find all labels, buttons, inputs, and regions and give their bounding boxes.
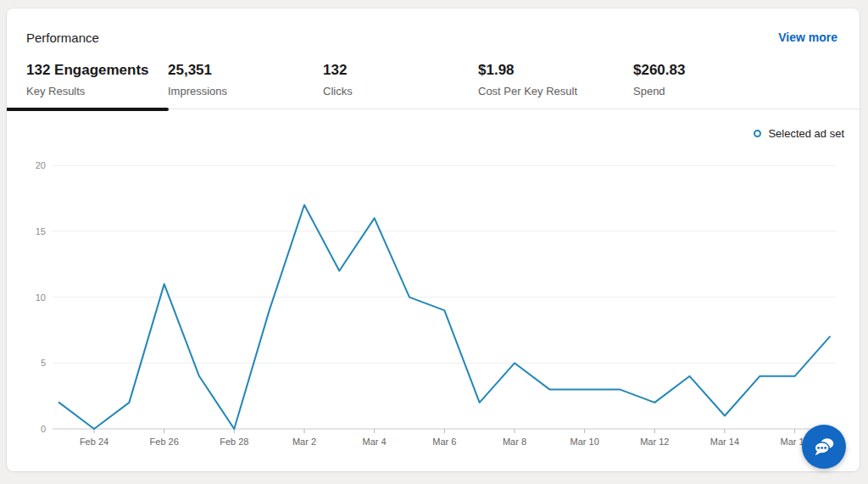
tab-key-results[interactable]: 132 Engagements Key Results: [7, 61, 168, 97]
metric-label: Key Results: [26, 85, 168, 97]
svg-text:Mar 6: Mar 6: [432, 437, 456, 447]
metric-label: Spend: [633, 85, 788, 97]
svg-text:Mar 8: Mar 8: [503, 437, 526, 447]
svg-text:20: 20: [36, 160, 46, 170]
tab-clicks[interactable]: 132 Clicks: [323, 61, 478, 97]
svg-text:0: 0: [41, 424, 46, 434]
tab-spend[interactable]: $260.83 Spend: [633, 61, 788, 97]
metric-value: 132: [323, 61, 478, 79]
metric-label: Clicks: [323, 85, 478, 97]
legend-label: Selected ad set: [768, 127, 844, 140]
svg-text:Mar 4: Mar 4: [363, 437, 387, 447]
metric-value: 132 Engagements: [26, 61, 168, 79]
legend-item-selected-ad-set[interactable]: Selected ad set: [754, 127, 844, 140]
svg-text:Mar 12: Mar 12: [640, 437, 669, 447]
svg-text:Feb 26: Feb 26: [150, 437, 179, 447]
performance-card: Performance View more 132 Engagements Ke…: [7, 8, 860, 471]
svg-text:Mar 2: Mar 2: [292, 437, 316, 447]
svg-text:Mar 10: Mar 10: [570, 437, 599, 447]
chat-bubbles-icon: [811, 434, 837, 459]
svg-text:15: 15: [36, 226, 46, 236]
svg-text:Feb 24: Feb 24: [80, 437, 108, 447]
metric-value: 25,351: [168, 61, 323, 79]
metric-value: $1.98: [478, 61, 633, 79]
page-title: Performance: [26, 31, 99, 45]
performance-chart: Selected ad set 05101520Feb 24Feb 26Feb …: [7, 109, 860, 470]
metric-label: Cost Per Key Result: [478, 85, 633, 97]
svg-text:Feb 28: Feb 28: [220, 437, 248, 447]
performance-chart-svg: 05101520Feb 24Feb 26Feb 28Mar 2Mar 4Mar …: [7, 109, 860, 470]
tab-impressions[interactable]: 25,351 Impressions: [168, 61, 323, 97]
metric-tabs: 132 Engagements Key Results 25,351 Impre…: [7, 61, 860, 109]
svg-text:Mar 14: Mar 14: [710, 437, 739, 447]
chat-widget-button[interactable]: [802, 425, 846, 469]
svg-text:5: 5: [41, 358, 46, 368]
metric-label: Impressions: [168, 85, 323, 97]
metric-value: $260.83: [633, 61, 788, 79]
tab-cost-per-key-result[interactable]: $1.98 Cost Per Key Result: [478, 61, 633, 97]
card-header: Performance View more: [7, 8, 860, 45]
svg-text:10: 10: [36, 292, 46, 303]
circle-outline-icon: [754, 130, 761, 137]
view-more-link[interactable]: View more: [778, 31, 837, 44]
